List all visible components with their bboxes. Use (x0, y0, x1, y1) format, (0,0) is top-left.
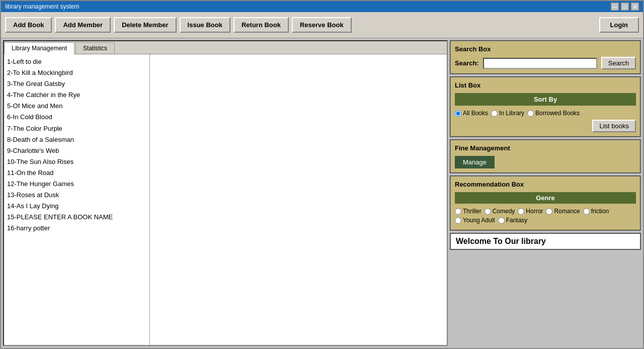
genre-friction[interactable]: friction (583, 208, 609, 215)
search-box-panel: Search Box Search: Search (450, 40, 641, 74)
list-box-title: List Box (455, 81, 636, 89)
list-item[interactable]: 16-harry potter (6, 223, 147, 234)
genre-horror[interactable]: Horror (518, 208, 543, 215)
list-item[interactable]: 6-In Cold Blood (6, 112, 147, 123)
radio-all-books[interactable]: All Books (455, 110, 488, 117)
list-item[interactable]: 4-The Catcher in the Rye (6, 90, 147, 101)
right-panel: Search Box Search: Search List Box Sort … (450, 40, 641, 346)
list-item[interactable]: 7-The Color Purple (6, 123, 147, 134)
left-panel: Library Management Statistics 1-Left to … (3, 40, 448, 346)
list-item[interactable]: 10-The Sun Also Rises (6, 156, 147, 167)
toolbar: Add Book Add Member Delete Member Issue … (1, 12, 643, 38)
list-item[interactable]: 5-Of Mice and Men (6, 101, 147, 112)
genre-row-1: Thriller Comedy Horror Romance (455, 208, 636, 215)
genre-romance[interactable]: Romance (546, 208, 580, 215)
return-book-button[interactable]: Return Book (233, 17, 289, 33)
list-item[interactable]: 2-To Kill a Mockingbird (6, 67, 147, 78)
genre-fantasy[interactable]: Fantasy (498, 217, 528, 224)
delete-member-button[interactable]: Delete Member (114, 17, 176, 33)
detail-area (150, 54, 447, 345)
tab-content: 1-Left to die2-To Kill a Mockingbird3-Th… (4, 54, 447, 345)
maximize-button[interactable]: □ (621, 3, 629, 11)
book-list-container: 1-Left to die2-To Kill a Mockingbird3-Th… (4, 54, 150, 345)
close-button[interactable]: ✕ (631, 3, 639, 11)
recommendation-box-panel: Recommendation Box Genre Thriller Comedy… (450, 176, 641, 231)
add-member-button[interactable]: Add Member (55, 17, 111, 33)
genre-comedy[interactable]: Comedy (485, 208, 515, 215)
welcome-text: Welcome To Our library (456, 237, 546, 245)
list-item[interactable]: 9-Charlotte's Web (6, 145, 147, 156)
tab-bar: Library Management Statistics (4, 41, 447, 54)
genre-thriller[interactable]: Thriller (455, 208, 481, 215)
genre-young-adult[interactable]: Young Adult (455, 217, 495, 224)
window-controls: — □ ✕ (611, 3, 639, 11)
fine-management-title: Fine Management (455, 144, 636, 152)
list-item[interactable]: 14-As I Lay Dying (6, 201, 147, 212)
radio-in-library[interactable]: In Library (491, 110, 524, 117)
window-title: library management system (5, 3, 79, 10)
list-box-panel: List Box Sort By All Books In Library Bo… (450, 76, 641, 137)
search-row: Search: Search (455, 57, 636, 69)
list-item[interactable]: 1-Left to die (6, 56, 147, 67)
issue-book-button[interactable]: Issue Book (180, 17, 230, 33)
list-item[interactable]: 11-On the Road (6, 167, 147, 179)
recommendation-box-title: Recommendation Box (455, 181, 636, 188)
main-area: Library Management Statistics 1-Left to … (1, 38, 643, 348)
title-bar: library management system — □ ✕ (1, 1, 643, 12)
reserve-book-button[interactable]: Reserve Book (292, 17, 352, 33)
genre-row-2: Young Adult Fantasy (455, 217, 636, 224)
search-box-title: Search Box (455, 45, 636, 53)
tab-statistics[interactable]: Statistics (75, 42, 115, 54)
login-button[interactable]: Login (599, 17, 639, 33)
radio-borrowed-books[interactable]: Borrowed Books (527, 110, 580, 117)
app-window: library management system — □ ✕ Add Book… (0, 0, 644, 349)
list-item[interactable]: 15-PLEASE ENTER A BOOK NAME (6, 212, 147, 223)
list-item[interactable]: 3-The Great Gatsby (6, 78, 147, 90)
welcome-box: Welcome To Our library (450, 233, 641, 250)
sort-by-button[interactable]: Sort By (455, 93, 636, 106)
search-label: Search: (455, 59, 479, 67)
list-item[interactable]: 12-The Hunger Games (6, 179, 147, 190)
genre-button[interactable]: Genre (455, 192, 636, 204)
minimize-button[interactable]: — (611, 3, 619, 11)
radio-options-row: All Books In Library Borrowed Books (455, 110, 636, 117)
fine-management-panel: Fine Management Manage (450, 139, 641, 173)
manage-button[interactable]: Manage (455, 156, 495, 168)
list-books-button[interactable]: List books (592, 120, 636, 132)
add-book-button[interactable]: Add Book (5, 17, 52, 33)
list-item[interactable]: 13-Roses at Dusk (6, 190, 147, 201)
search-button[interactable]: Search (601, 57, 636, 69)
list-books-row: List books (455, 120, 636, 132)
search-input[interactable] (483, 58, 597, 69)
book-list: 1-Left to die2-To Kill a Mockingbird3-Th… (6, 56, 147, 343)
list-item[interactable]: 8-Death of a Salesman (6, 134, 147, 145)
tab-library-management[interactable]: Library Management (4, 42, 74, 54)
